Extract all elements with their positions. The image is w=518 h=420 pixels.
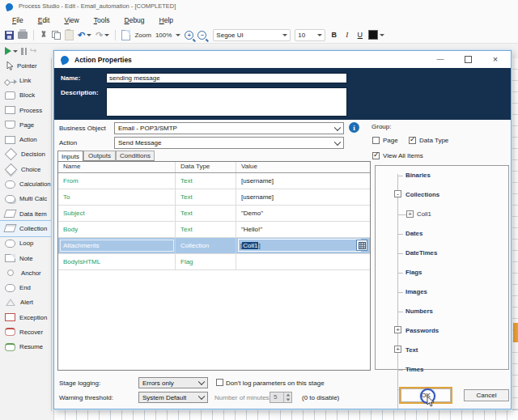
cut-button[interactable] [40, 29, 48, 41]
tree-item-text[interactable]: Text [405, 346, 418, 354]
cancel-button[interactable]: Cancel [464, 389, 509, 401]
menu-debug[interactable]: Debug [117, 14, 152, 27]
tree-item-collections[interactable]: Collections [405, 191, 439, 198]
minimize-button[interactable]: — [428, 51, 452, 67]
business-object-select[interactable]: Email - POP3/SMTP [114, 122, 344, 134]
tree-expander[interactable]: + [406, 210, 414, 218]
sidebar-item-process[interactable]: Process [0, 103, 51, 117]
table-row[interactable]: Subject Text "Demo" [58, 206, 370, 222]
table-row[interactable]: To Text [username] [58, 189, 370, 206]
close-button[interactable]: × [483, 51, 507, 67]
tab-conditions[interactable]: Conditions [116, 151, 155, 161]
sidebar-item-anchor[interactable]: Anchor [0, 265, 51, 280]
fit-page-button[interactable] [121, 29, 130, 41]
header-data-type[interactable]: Data Type [176, 162, 236, 172]
tree-expander[interactable]: + [394, 326, 401, 333]
name-input[interactable]: sending message [106, 73, 347, 83]
pause-button[interactable] [21, 45, 27, 57]
tab-outputs[interactable]: Outputs [83, 151, 116, 161]
zoom-in-button[interactable]: + [185, 29, 193, 41]
table-row[interactable]: From Text [username] [58, 173, 370, 189]
sidebar-item-decision[interactable]: Decision [0, 147, 51, 162]
data-type-checkbox[interactable] [409, 137, 416, 144]
tree-item-coll1[interactable]: Coll1 [417, 210, 431, 218]
sidebar-item-data-item[interactable]: Data Item [0, 206, 51, 221]
redo-button[interactable]: ↷ [96, 29, 109, 41]
menu-edit[interactable]: Edit [31, 14, 57, 27]
spinner-arrows[interactable] [283, 392, 291, 402]
table-row[interactable]: Body Text "Hello!" [58, 222, 370, 238]
font-family-select[interactable]: Segoe UI [213, 29, 291, 41]
action-select[interactable]: Send Message [114, 137, 344, 149]
multi-calc-icon [5, 195, 15, 203]
sidebar-item-block[interactable]: Block [0, 88, 51, 103]
sidebar-item-exception[interactable]: Exception [0, 310, 51, 325]
menu-help[interactable]: Help [152, 14, 180, 27]
selected-text: Coll1 [242, 242, 258, 249]
sidebar-item-pointer[interactable]: Pointer [0, 58, 51, 73]
view-all-items-checkbox[interactable] [372, 152, 380, 159]
menu-view[interactable]: View [57, 14, 86, 27]
copy-button[interactable] [52, 29, 61, 41]
sidebar-item-resume[interactable]: Resume [0, 340, 51, 354]
play-button[interactable] [5, 45, 18, 57]
page-checkbox[interactable] [372, 137, 380, 144]
collection-grid-icon [359, 242, 366, 249]
tree-item-images[interactable]: Images [405, 288, 427, 295]
header-name[interactable]: Name [58, 162, 176, 172]
italic-button[interactable]: I [342, 31, 351, 39]
sidebar-item-loop[interactable]: Loop [0, 236, 51, 251]
header-value[interactable]: Value [236, 162, 370, 172]
paste-button[interactable] [65, 29, 74, 41]
tree-expander[interactable]: - [394, 190, 401, 197]
menu-file[interactable]: File [5, 14, 31, 27]
tree-item-times[interactable]: Times [405, 366, 423, 373]
zoom-level-select[interactable]: 100% [155, 32, 180, 39]
dialog-titlebar[interactable]: Action Properties — × [54, 51, 511, 68]
sidebar-item-multi-calc[interactable]: Multi Calc [0, 192, 51, 206]
underline-button[interactable]: U [355, 31, 364, 39]
description-input[interactable] [106, 87, 347, 117]
print-button[interactable] [18, 29, 28, 41]
sidebar-item-calculation[interactable]: Calculation [0, 176, 51, 191]
info-icon[interactable]: i [349, 122, 359, 133]
collection-picker-button[interactable] [356, 240, 367, 251]
dont-log-checkbox-label: Don't log parameters on this stage [226, 380, 325, 387]
value-editor[interactable]: [Coll1] [238, 239, 361, 252]
font-color-button[interactable] [368, 29, 384, 41]
minutes-spinner[interactable]: 5 [270, 392, 292, 403]
tree-item-binaries[interactable]: Binaries [405, 172, 431, 179]
tree-item-numbers[interactable]: Numbers [405, 308, 433, 315]
business-object-value: Email - POP3/SMTP [118, 125, 177, 132]
tree-item-flags[interactable]: Flags [405, 269, 422, 276]
menu-tools[interactable]: Tools [87, 14, 117, 27]
sidebar-item-end[interactable]: End [0, 280, 51, 295]
stage-logging-select[interactable]: Errors only [138, 377, 208, 388]
maximize-button[interactable] [456, 51, 480, 67]
sidebar-item-collection[interactable]: Collection [0, 221, 51, 235]
dont-log-checkbox[interactable] [216, 379, 223, 386]
tree-expander[interactable]: + [394, 346, 401, 353]
sidebar-item-page[interactable]: Page [0, 117, 51, 132]
sidebar-item-recover[interactable]: Recover [0, 325, 51, 339]
tree-item-dates[interactable]: Dates [405, 230, 422, 237]
process-canvas-grid [512, 58, 518, 409]
tree-item-passwords[interactable]: Passwords [405, 327, 439, 334]
tab-inputs[interactable]: Inputs [57, 151, 83, 161]
sidebar-item-choice[interactable]: Choice [0, 162, 51, 176]
tree-item-datetimes[interactable]: DateTimes [405, 249, 437, 257]
zoom-out-button[interactable]: − [197, 29, 206, 41]
sidebar-item-action[interactable]: Action [0, 132, 51, 146]
save-button[interactable] [5, 29, 14, 41]
table-row-selected[interactable]: Attachments Collection [Coll1] [58, 238, 370, 254]
sidebar-item-note[interactable]: Note [0, 251, 51, 265]
sidebar-item-link[interactable]: Link [0, 73, 51, 87]
step-button[interactable]: ↪ [30, 45, 36, 57]
warning-threshold-select[interactable]: System Default [138, 392, 208, 403]
toolbar-separator [33, 30, 34, 40]
table-row[interactable]: BodyIsHTML Flag [58, 254, 370, 270]
undo-button[interactable]: ↶ [78, 29, 91, 41]
bold-button[interactable]: B [329, 31, 338, 39]
font-size-select[interactable]: 10 [295, 29, 325, 41]
sidebar-item-alert[interactable]: Alert [0, 295, 51, 310]
